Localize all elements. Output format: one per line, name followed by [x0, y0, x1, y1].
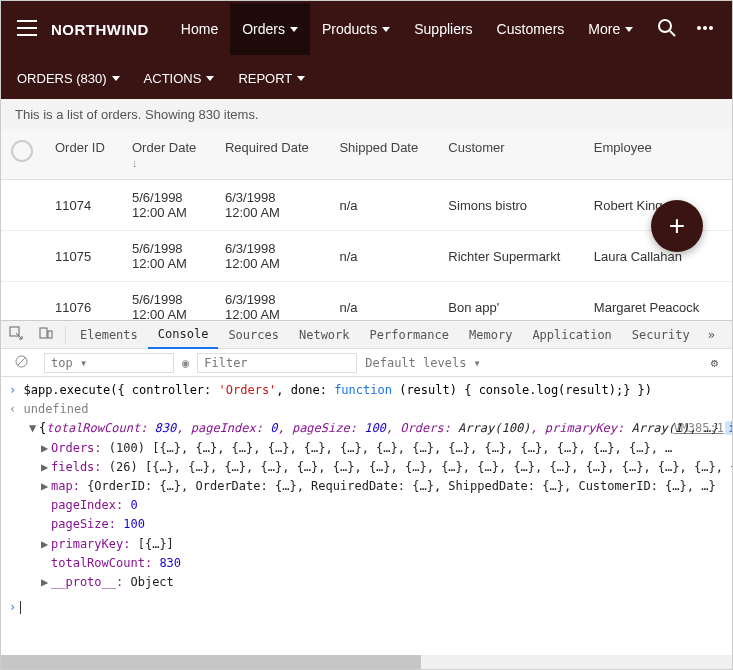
context-select[interactable]: top ▾	[44, 353, 174, 373]
cell-requireddate: 6/3/1998 12:00 AM	[215, 231, 329, 282]
caret-down-icon	[297, 76, 305, 81]
more-icon[interactable]	[689, 18, 721, 41]
tree-proto[interactable]: ▶__proto__: Object	[41, 573, 724, 592]
tree-pageindex: pageIndex: 0	[41, 496, 724, 515]
svg-rect-6	[40, 328, 47, 338]
tab-network[interactable]: Network	[289, 322, 360, 348]
eye-icon[interactable]: ◉	[182, 356, 189, 370]
nav-orders-label: Orders	[242, 21, 285, 37]
nav-suppliers[interactable]: Suppliers	[402, 3, 484, 55]
nav-customers[interactable]: Customers	[485, 3, 577, 55]
devtools-tabs: Elements Console Sources Network Perform…	[1, 321, 732, 349]
console-toolbar: top ▾ ◉ Default levels ▾ ⚙	[1, 349, 732, 377]
svg-point-3	[703, 26, 707, 30]
nav-home-label: Home	[181, 21, 218, 37]
orders-grid[interactable]: Order ID Order Date↓ Required Date Shipp…	[1, 130, 732, 320]
sub-report[interactable]: REPORT	[238, 71, 305, 86]
cell-total: $504.	[722, 231, 732, 282]
sub-actions[interactable]: ACTIONS	[144, 71, 215, 86]
cell-orderdate: 5/6/1998 12:00 AM	[122, 282, 215, 321]
col-employee[interactable]: Employee	[584, 130, 722, 180]
tab-elements[interactable]: Elements	[70, 322, 148, 348]
table-row[interactable]: 110745/6/1998 12:00 AM6/3/1998 12:00 AMn…	[1, 180, 732, 231]
nav-more[interactable]: More	[576, 3, 645, 55]
nav-suppliers-label: Suppliers	[414, 21, 472, 37]
cell-orderid: 11074	[45, 180, 122, 231]
cell-total: $250.53	[722, 180, 732, 231]
console-prompt[interactable]: ›	[9, 598, 724, 617]
clear-console-icon[interactable]	[7, 355, 36, 371]
hamburger-icon[interactable]	[17, 20, 37, 39]
inspect-icon[interactable]	[1, 326, 31, 343]
col-requireddate[interactable]: Required Date	[215, 130, 329, 180]
cell-orderid: 11075	[45, 231, 122, 282]
console-body[interactable]: › $app.execute({ controller: 'Orders', d…	[1, 377, 732, 655]
info-icon[interactable]: i	[725, 421, 732, 435]
nav-customers-label: Customers	[497, 21, 565, 37]
tree-summary[interactable]: ▼{totalRowCount: 830, pageIndex: 0, page…	[29, 419, 724, 438]
tree-pagesize: pageSize: 100	[41, 515, 724, 534]
table-row[interactable]: 110755/6/1998 12:00 AM6/3/1998 12:00 AMn…	[1, 231, 732, 282]
nav-orders[interactable]: Orders	[230, 3, 310, 55]
help-text: This is a list of orders. Showing 830 it…	[1, 99, 732, 130]
caret-down-icon	[206, 76, 214, 81]
sub-orders-label: ORDERS (830)	[17, 71, 107, 86]
svg-line-9	[18, 357, 26, 365]
cell-total: $831.	[722, 282, 732, 321]
col-customer[interactable]: Customer	[438, 130, 584, 180]
tab-memory[interactable]: Memory	[459, 322, 522, 348]
tab-sources[interactable]: Sources	[218, 322, 289, 348]
table-row[interactable]: 110765/6/1998 12:00 AM6/3/1998 12:00 AMn…	[1, 282, 732, 321]
col-total[interactable]: Total	[722, 130, 732, 180]
col-shippeddate[interactable]: Shipped Date	[329, 130, 438, 180]
svg-point-4	[709, 26, 713, 30]
tab-application[interactable]: Application	[522, 322, 621, 348]
caret-down-icon	[382, 27, 390, 32]
caret-down-icon	[112, 76, 120, 81]
header-row: Order ID Order Date↓ Required Date Shipp…	[1, 130, 732, 180]
tab-performance[interactable]: Performance	[360, 322, 459, 348]
cell-orderdate: 5/6/1998 12:00 AM	[122, 231, 215, 282]
add-button[interactable]: +	[651, 200, 703, 252]
svg-point-2	[697, 26, 701, 30]
device-icon[interactable]	[31, 326, 61, 343]
top-navbar: NORTHWIND Home Orders Products Suppliers…	[1, 1, 732, 57]
svg-line-1	[670, 31, 675, 36]
cell-shippeddate: n/a	[329, 231, 438, 282]
tab-security[interactable]: Security	[622, 322, 700, 348]
tab-console[interactable]: Console	[148, 321, 219, 349]
sub-orders[interactable]: ORDERS (830)	[17, 71, 120, 86]
cell-shippeddate: n/a	[329, 282, 438, 321]
h-scrollbar[interactable]	[1, 655, 732, 669]
cell-orderdate: 5/6/1998 12:00 AM	[122, 180, 215, 231]
search-icon[interactable]	[645, 18, 689, 41]
tree-orders[interactable]: ▶Orders: (100) [{…}, {…}, {…}, {…}, {…},…	[41, 439, 724, 458]
cell-customer: Simons bistro	[438, 180, 584, 231]
cell-shippeddate: n/a	[329, 180, 438, 231]
kebab-icon[interactable]: ⋮	[723, 328, 733, 342]
cell-requireddate: 6/3/1998 12:00 AM	[215, 180, 329, 231]
settings-icon[interactable]: ⚙	[703, 356, 726, 370]
tree-map[interactable]: ▶map: {OrderID: {…}, OrderDate: {…}, Req…	[41, 477, 724, 496]
cell-employee: Laura Callahan	[584, 231, 722, 282]
nav-home[interactable]: Home	[169, 3, 230, 55]
filter-input[interactable]	[197, 353, 357, 373]
select-all-checkbox[interactable]	[11, 140, 33, 162]
col-orderid[interactable]: Order ID	[45, 130, 122, 180]
tree-primarykey[interactable]: ▶primaryKey: [{…}]	[41, 535, 724, 554]
overflow-icon[interactable]: »	[700, 328, 723, 342]
cell-customer: Bon app'	[438, 282, 584, 321]
levels-select[interactable]: Default levels ▾	[365, 356, 481, 370]
sub-navbar: ORDERS (830) ACTIONS REPORT	[1, 57, 732, 99]
brand-label: NORTHWIND	[51, 21, 149, 38]
sub-report-label: REPORT	[238, 71, 292, 86]
cell-requireddate: 6/3/1998 12:00 AM	[215, 282, 329, 321]
col-orderdate[interactable]: Order Date↓	[122, 130, 215, 180]
nav-more-label: More	[588, 21, 620, 37]
tree-fields[interactable]: ▶fields: (26) [{…}, {…}, {…}, {…}, {…}, …	[41, 458, 724, 477]
svg-point-0	[659, 20, 671, 32]
sort-desc-icon: ↓	[132, 157, 205, 169]
nav-products[interactable]: Products	[310, 3, 402, 55]
h-scrollbar-thumb[interactable]	[1, 655, 421, 669]
nav-products-label: Products	[322, 21, 377, 37]
